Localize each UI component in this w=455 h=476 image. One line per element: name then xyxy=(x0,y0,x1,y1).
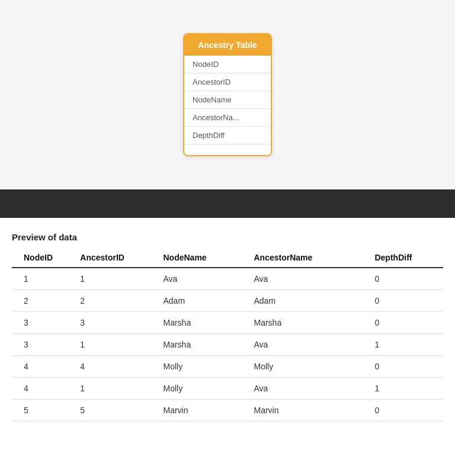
cell-ancestorname: Ava xyxy=(246,268,367,290)
cell-ancestorid: 1 xyxy=(73,268,156,290)
table-row: 41MollyAva1 xyxy=(12,378,443,400)
table-card-row-empty xyxy=(184,144,271,155)
cell-nodename: Marsha xyxy=(156,312,247,334)
cell-ancestorname: Molly xyxy=(246,356,367,378)
table-card-row-ancestorname: AncestorNa... xyxy=(184,109,271,127)
cell-nodename: Ava xyxy=(156,268,247,290)
preview-title: Preview of data xyxy=(12,232,443,242)
table-row: 11AvaAva0 xyxy=(12,268,443,290)
cell-nodename: Molly xyxy=(156,356,247,378)
cell-ancestorid: 1 xyxy=(73,378,156,400)
cell-depthdiff: 0 xyxy=(367,312,443,334)
bottom-section: Preview of data NodeID AncestorID NodeNa… xyxy=(0,218,455,433)
cell-depthdiff: 0 xyxy=(367,356,443,378)
cell-nodename: Molly xyxy=(156,378,247,400)
cell-nodeid: 4 xyxy=(12,378,73,400)
cell-nodeid: 3 xyxy=(12,334,73,356)
cell-ancestorname: Marsha xyxy=(246,312,367,334)
cell-depthdiff: 0 xyxy=(367,268,443,290)
table-row: 33MarshaMarsha0 xyxy=(12,312,443,334)
table-card-header: Ancestry Table xyxy=(184,34,271,56)
col-header-nodename: NodeName xyxy=(156,248,247,268)
cell-ancestorname: Adam xyxy=(246,290,367,312)
cell-depthdiff: 0 xyxy=(367,290,443,312)
cell-nodename: Marsha xyxy=(156,334,247,356)
col-header-ancestorname: AncestorName xyxy=(246,248,367,268)
col-header-nodeid: NodeID xyxy=(12,248,73,268)
cell-depthdiff: 0 xyxy=(367,400,443,422)
cell-nodeid: 1 xyxy=(12,268,73,290)
table-row: 22AdamAdam0 xyxy=(12,290,443,312)
cell-ancestorname: Ava xyxy=(246,334,367,356)
cell-ancestorid: 3 xyxy=(73,312,156,334)
table-row: 31MarshaAva1 xyxy=(12,334,443,356)
cell-depthdiff: 1 xyxy=(367,334,443,356)
cell-ancestorname: Marvin xyxy=(246,400,367,422)
cell-nodeid: 5 xyxy=(12,400,73,422)
cell-ancestorid: 5 xyxy=(73,400,156,422)
cell-ancestorid: 2 xyxy=(73,290,156,312)
cell-nodeid: 4 xyxy=(12,356,73,378)
cell-depthdiff: 1 xyxy=(367,378,443,400)
dark-divider-bar xyxy=(0,189,455,218)
table-row: 44MollyMolly0 xyxy=(12,356,443,378)
table-card-row-nodeid: NodeID xyxy=(184,56,271,73)
cell-ancestorid: 4 xyxy=(73,356,156,378)
table-header-row: NodeID AncestorID NodeName AncestorName … xyxy=(12,248,443,268)
table-row: 55MarvinMarvin0 xyxy=(12,400,443,422)
cell-ancestorname: Ava xyxy=(246,378,367,400)
table-card-row-depthdiff: DepthDiff xyxy=(184,127,271,144)
cell-nodename: Marvin xyxy=(156,400,247,422)
col-header-depthdiff: DepthDiff xyxy=(367,248,443,268)
ancestry-table-card: Ancestry Table NodeID AncestorID NodeNam… xyxy=(183,33,272,156)
cell-ancestorid: 1 xyxy=(73,334,156,356)
top-section: Ancestry Table NodeID AncestorID NodeNam… xyxy=(0,0,455,189)
cell-nodeid: 2 xyxy=(12,290,73,312)
cell-nodename: Adam xyxy=(156,290,247,312)
cell-nodeid: 3 xyxy=(12,312,73,334)
table-card-row-nodename: NodeName xyxy=(184,91,271,109)
col-header-ancestorid: AncestorID xyxy=(73,248,156,268)
table-card-row-ancestorid: AncestorID xyxy=(184,73,271,91)
data-preview-table: NodeID AncestorID NodeName AncestorName … xyxy=(12,248,443,422)
